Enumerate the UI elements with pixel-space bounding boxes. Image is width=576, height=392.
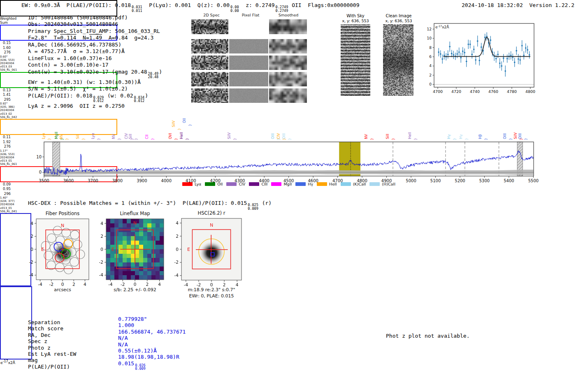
legend-swatch bbox=[226, 182, 237, 186]
svg-text:0: 0 bbox=[134, 282, 137, 287]
stack-sub: 0.009 bbox=[135, 367, 146, 371]
svg-text:4: 4 bbox=[176, 220, 179, 225]
clean-title: Clean Image bbox=[381, 14, 416, 18]
line-id-label: SiIV bbox=[227, 132, 232, 139]
row-weight-value: 0.13 bbox=[0, 88, 11, 93]
row-2dspec-image bbox=[191, 39, 228, 53]
text-run: (w: 0.02 bbox=[104, 93, 133, 99]
legend-label: (K)CaII bbox=[353, 182, 366, 186]
info-line: Cont(n) = 3.00(±0.10)e-17 bbox=[28, 62, 162, 68]
east-label: E bbox=[41, 247, 44, 252]
line-id-label: CII bbox=[144, 135, 149, 139]
svg-text:0: 0 bbox=[61, 282, 64, 287]
withsky-image bbox=[341, 24, 370, 96]
row-weight-labels: 0.151.60276 bbox=[0, 41, 11, 55]
svg-text:0: 0 bbox=[100, 247, 103, 252]
withsky-coords: x, y: 636, 553 bbox=[338, 19, 373, 23]
line-id-label: SiII bbox=[385, 134, 390, 139]
row-meta-line: 506_RL_061 bbox=[0, 68, 21, 72]
legend-label: CIII bbox=[261, 182, 267, 186]
line-id-label: NV bbox=[111, 134, 116, 139]
line-id-label: SiII bbox=[75, 134, 80, 139]
stack-sub: 0.011 bbox=[132, 9, 142, 13]
svg-text:-4: -4 bbox=[174, 273, 179, 278]
line-id-bracket: { bbox=[81, 138, 85, 142]
row-2dspec-image bbox=[191, 56, 228, 70]
line-id-bracket: { bbox=[177, 128, 181, 132]
svg-text:0: 0 bbox=[30, 247, 33, 252]
text-run: OII Flags:0x00000009 bbox=[288, 2, 359, 8]
match-row-value: N/A bbox=[118, 335, 128, 341]
legend-swatch bbox=[295, 182, 306, 186]
row-meta-line: v013_01 bbox=[0, 206, 21, 210]
match-row-label: Est LyA rest-EW bbox=[28, 351, 76, 357]
legend-label: HeII bbox=[329, 182, 337, 186]
line-id-label: CIV bbox=[276, 133, 281, 139]
legend-item: Lyα bbox=[182, 182, 201, 186]
row-meta-line: 0.60" bbox=[0, 55, 21, 58]
legend-item: CIV bbox=[226, 182, 245, 186]
line-id-label: HeII bbox=[179, 132, 184, 139]
fiber-panel-title: Fiber Positions bbox=[33, 211, 92, 216]
row-smoothed-image bbox=[269, 88, 307, 103]
svg-text:2: 2 bbox=[146, 282, 149, 287]
legend-item: CIII bbox=[249, 182, 267, 186]
legend-label: (H)CaII bbox=[382, 182, 395, 186]
row-weight-value: 276 bbox=[0, 50, 11, 55]
svg-text:-2: -2 bbox=[29, 260, 33, 264]
sup-text: -17 bbox=[3, 360, 8, 363]
stacked-value: 0.000.00 bbox=[230, 5, 239, 12]
svg-text:4: 4 bbox=[30, 221, 33, 226]
svg-text:0: 0 bbox=[210, 282, 213, 287]
svg-text:-4: -4 bbox=[29, 272, 34, 277]
line-id-bracket: { bbox=[287, 138, 291, 142]
text-run: A=0.84 g=24.3 bbox=[102, 35, 153, 41]
svg-text:2: 2 bbox=[429, 73, 432, 77]
hsc-panel-title: HSC(26.2) r bbox=[178, 210, 245, 216]
line-id-label: HeII bbox=[407, 132, 412, 139]
text-run: (r) bbox=[259, 200, 272, 206]
svg-text:-4: -4 bbox=[99, 272, 104, 277]
stack-sub: 20.48 bbox=[148, 75, 159, 79]
stack-sub: 0.2749 bbox=[276, 9, 288, 13]
svg-text:6: 6 bbox=[429, 55, 432, 59]
svg-text:2: 2 bbox=[176, 234, 179, 239]
row-meta-line: 20240304 bbox=[0, 109, 21, 112]
text-run: ID: 5001480846 (5001480846.pdf) bbox=[28, 14, 128, 21]
col-title-smoothed: Smoothed bbox=[270, 13, 307, 17]
stack-sub: 0.009 bbox=[248, 207, 258, 211]
match-row-value: 1.000 bbox=[118, 322, 134, 328]
legend-swatch bbox=[369, 182, 380, 186]
row-pixelflat-image bbox=[229, 39, 268, 53]
svg-text:4800: 4800 bbox=[525, 89, 535, 94]
row-weight-value: 295 bbox=[0, 97, 11, 102]
line-id-label: Hγ bbox=[446, 135, 451, 139]
legend-item: (K)CaII bbox=[341, 182, 366, 186]
info-line: S/N = 5.1(±0.5) χ² = 1.0(±0.2) bbox=[28, 86, 162, 92]
line-id-label: SiII bbox=[128, 134, 133, 139]
match-row-value: 166.566874, 46.737671 bbox=[118, 329, 186, 335]
line-id-bracket: { bbox=[134, 138, 138, 142]
match-row-label: Separation bbox=[28, 319, 60, 325]
text-run: RA,Dec (166.566925,46.737885) bbox=[28, 42, 121, 48]
legend-swatch bbox=[271, 182, 281, 186]
info-line: ID: 5001480846 (5001480846.pdf) bbox=[28, 14, 162, 21]
stacked-value: 0.27490.2749 bbox=[276, 5, 288, 12]
report-meta: 2024-10-18 18:32:02 Version 1.22.2 bbox=[462, 2, 574, 8]
line-id-bracket: { bbox=[150, 138, 154, 142]
hsc-image-panel: -4-2024420-2-4NE bbox=[170, 218, 248, 304]
info-line: λ = 4752.77Å σ = 3.12(±0.77)Å bbox=[28, 48, 162, 55]
text-run: Cont(n) = 3.00(±0.10)e-17 bbox=[28, 62, 109, 68]
weighted-2dspec-image bbox=[191, 19, 228, 34]
north-label: N bbox=[61, 223, 64, 228]
svg-text:10: 10 bbox=[36, 155, 42, 159]
svg-text:2: 2 bbox=[223, 282, 226, 287]
match-row-label: P(LAE)/P(OII) bbox=[28, 364, 70, 370]
row-meta-labels: 1.40"(634, 377)20240304v013_01506_RL_041 bbox=[0, 196, 21, 213]
line-id-label: OII bbox=[182, 118, 187, 123]
row-meta-labels: 0.60"(636, 553)20240304v013_03506_RL_061 bbox=[0, 55, 21, 72]
svg-text:4760: 4760 bbox=[488, 89, 498, 94]
text-run: N= bbox=[76, 35, 89, 41]
row-meta-line: 0.92" bbox=[0, 102, 21, 105]
line-id-bracket: { bbox=[47, 138, 51, 142]
